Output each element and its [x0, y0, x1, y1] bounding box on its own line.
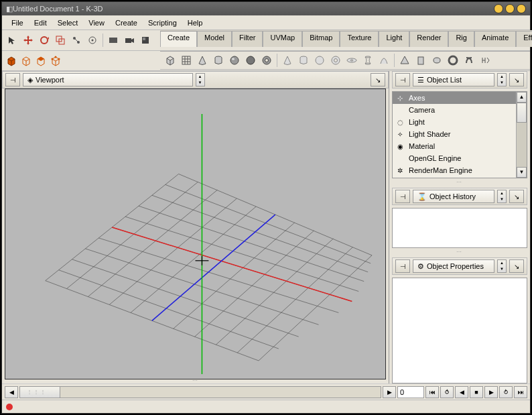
titlebar[interactable]: ◧ Untitled Document 1 - K-3D	[2, 2, 530, 15]
close-button[interactable]	[517, 4, 526, 13]
panel-options-button[interactable]: ↘	[371, 73, 385, 86]
scroll-up-button[interactable]: ▲	[517, 92, 527, 103]
viewport-canvas[interactable]	[5, 88, 386, 379]
play-button[interactable]: ▶	[484, 386, 498, 398]
menu-scripting[interactable]: Scripting	[143, 17, 182, 28]
create-disk-icon[interactable]	[344, 53, 359, 68]
record-indicator[interactable]	[6, 404, 13, 410]
create-text-icon[interactable]	[478, 53, 492, 68]
render-preview-tool[interactable]	[106, 33, 121, 48]
create-sphere-icon[interactable]	[227, 53, 242, 68]
scale-tool[interactable]	[53, 33, 68, 48]
list-item-light[interactable]: ◌Light	[393, 116, 516, 128]
maximize-button[interactable]	[505, 4, 515, 13]
play-reverse-loop-button[interactable]: ⥀	[440, 386, 454, 398]
rewind-button[interactable]: ⏮	[425, 386, 439, 398]
play-loop-button[interactable]: ⥁	[499, 386, 513, 398]
menu-create[interactable]: Create	[110, 17, 143, 28]
move-tool[interactable]	[21, 33, 36, 48]
create-paraboloid-icon[interactable]	[377, 53, 391, 68]
panel-pin-button[interactable]: ⊣	[395, 259, 410, 273]
play-reverse-button[interactable]: ◀	[455, 386, 468, 398]
rotate-tool[interactable]	[37, 33, 52, 48]
tab-create[interactable]: Create	[160, 31, 197, 47]
scroll-down-button[interactable]: ▼	[517, 167, 527, 178]
viewport-spinner[interactable]: ▲▼	[196, 73, 205, 86]
create-nurbs-sphere-icon[interactable]	[312, 53, 327, 68]
menu-help[interactable]: Help	[182, 17, 208, 28]
object-history-selector[interactable]: ⌛ Object History	[413, 190, 494, 203]
snap-tool[interactable]	[85, 33, 100, 48]
minimize-button[interactable]	[494, 4, 503, 13]
drag-handle[interactable]: ⋯	[392, 251, 527, 255]
create-poly-cone-icon[interactable]	[397, 53, 412, 68]
render-tool[interactable]	[138, 33, 153, 48]
menu-edit[interactable]: Edit	[29, 17, 52, 28]
list-item-axes[interactable]: ⊹Axes	[393, 92, 516, 104]
origin-cursor	[196, 256, 209, 265]
cube-vertex-icon[interactable]	[49, 54, 62, 68]
create-cylinder-icon[interactable]	[211, 53, 226, 68]
tab-texture[interactable]: Texture	[340, 31, 379, 47]
drag-handle[interactable]: ⋯	[392, 181, 527, 185]
tab-rig[interactable]: Rig	[448, 31, 474, 47]
timeline-scroll-left[interactable]: ◀	[5, 386, 18, 398]
tab-render[interactable]: Render	[409, 31, 448, 47]
create-cube-icon[interactable]	[163, 53, 178, 68]
panel-pin-button[interactable]: ⊣	[395, 190, 410, 203]
create-sphere2-icon[interactable]	[243, 53, 258, 68]
light-icon: ◌	[395, 119, 405, 126]
create-nurbs-torus-icon[interactable]	[328, 53, 343, 68]
create-grid-icon[interactable]	[179, 53, 194, 68]
panel-options-button[interactable]: ↘	[509, 190, 524, 203]
fast-forward-button[interactable]: ⏭	[514, 386, 527, 398]
create-poly-torus-icon[interactable]	[429, 53, 444, 68]
parent-tool[interactable]	[69, 33, 84, 48]
create-cone-icon[interactable]	[195, 53, 210, 68]
timeline-scroll-right[interactable]: ▶	[383, 386, 396, 398]
list-item-opengl[interactable]: OpenGL Engine	[393, 152, 516, 164]
camera-tool[interactable]	[122, 33, 137, 48]
panel-options-button[interactable]: ↘	[509, 73, 524, 86]
tab-model[interactable]: Model	[197, 31, 232, 47]
tab-effects[interactable]: Effects	[516, 31, 532, 47]
list-item-light-shader[interactable]: ✧Light Shader	[393, 128, 516, 140]
create-nurbs-cyl-icon[interactable]	[296, 53, 311, 68]
scroll-thumb[interactable]	[517, 103, 527, 123]
viewport-selector[interactable]: ◈ Viewport	[23, 73, 193, 86]
cube-solid-icon[interactable]	[5, 54, 18, 68]
panel-options-button[interactable]: ↘	[509, 259, 524, 273]
object-history-spinner[interactable]: ▲▼	[497, 190, 507, 203]
list-item-renderman[interactable]: ✲RenderMan Engine	[393, 164, 516, 176]
menu-file[interactable]: File	[6, 17, 29, 28]
create-poly-cyl-icon[interactable]	[413, 53, 428, 68]
create-hyperboloid-icon[interactable]	[360, 53, 375, 68]
list-scrollbar[interactable]: ▲ ▼	[516, 92, 527, 178]
timeline-track[interactable]: ⋮⋮⋮	[19, 386, 381, 398]
tab-bitmap[interactable]: Bitmap	[302, 31, 340, 47]
object-properties-spinner[interactable]: ▲▼	[497, 259, 507, 273]
stop-button[interactable]: ■	[470, 386, 483, 398]
object-list-spinner[interactable]: ▲▼	[497, 73, 507, 86]
create-nurbs-cone-icon[interactable]	[280, 53, 295, 68]
tab-light[interactable]: Light	[379, 31, 409, 47]
timeline-thumb[interactable]: ⋮⋮⋮	[20, 387, 60, 398]
create-poly-ring-icon[interactable]	[446, 53, 460, 68]
panel-pin-button[interactable]: ⊣	[5, 73, 20, 86]
list-item-material[interactable]: ◉Material	[393, 140, 516, 152]
tab-animate[interactable]: Animate	[474, 31, 516, 47]
create-torus-icon[interactable]	[259, 53, 274, 68]
object-list-selector[interactable]: ☰ Object List	[413, 73, 494, 86]
tab-uvmap[interactable]: UVMap	[263, 31, 302, 47]
cube-face-icon[interactable]	[34, 54, 48, 68]
menu-view[interactable]: View	[83, 17, 110, 28]
menu-select[interactable]: Select	[52, 17, 84, 28]
pointer-tool[interactable]	[5, 33, 19, 48]
tab-filter[interactable]: Filter	[232, 31, 263, 47]
object-properties-selector[interactable]: ⚙ Object Properties	[413, 259, 494, 273]
list-item-camera[interactable]: Camera	[393, 104, 516, 116]
create-knot-icon[interactable]	[462, 53, 476, 68]
cube-wire-icon[interactable]	[19, 54, 33, 68]
panel-pin-button[interactable]: ⊣	[395, 73, 410, 86]
frame-input[interactable]	[397, 386, 424, 398]
